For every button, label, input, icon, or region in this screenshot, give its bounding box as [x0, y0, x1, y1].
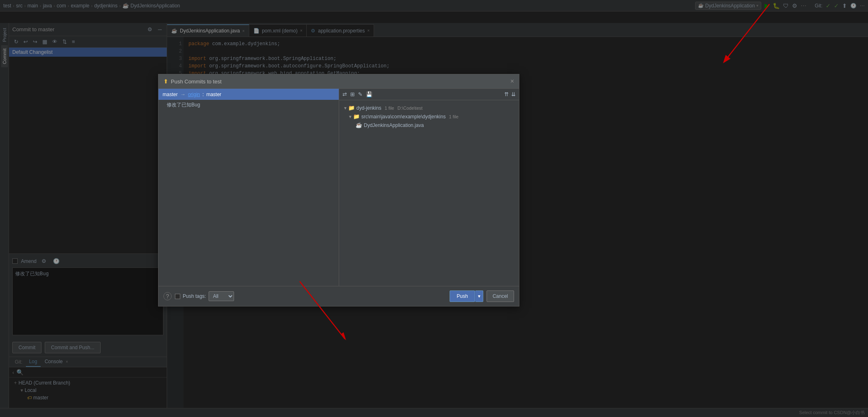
push-tags-group: Push tags: All [175, 291, 234, 301]
help-button[interactable]: ? [163, 292, 172, 300]
grid-icon-modal[interactable]: ⊞ [350, 91, 355, 97]
root-toggle[interactable]: ▾ [344, 105, 347, 111]
cancel-button[interactable]: Cancel [487, 290, 514, 302]
modal-left-panel: master → origin : master 修改了已知Bug [158, 89, 339, 286]
java-file-name: DydJenkinsApplication.java [364, 122, 424, 128]
modal-git-icon: ⬆ [163, 78, 168, 85]
modal-body: master → origin : master 修改了已知Bug ⇄ ⊞ ✎ [158, 89, 519, 286]
push-to-branch: master [206, 92, 221, 97]
file-tree-root[interactable]: ▾ 📁 dyd-jenkins 1 file D:\Code\test [342, 104, 516, 112]
modal-overlay: ⬆ Push Commits to test × master → origin… [0, 0, 868, 417]
sub1-file-count: 1 file [449, 114, 458, 119]
java-file-icon-tree: ☕ [356, 122, 362, 128]
push-dropdown-button[interactable]: ▾ [475, 290, 483, 302]
root-folder-name: dyd-jenkins [356, 105, 381, 111]
root-folder-icon: 📁 [348, 105, 355, 111]
push-origin-link[interactable]: origin [188, 92, 200, 97]
push-commit-item[interactable]: 修改了已知Bug [158, 100, 339, 110]
sub1-folder-icon: 📁 [353, 113, 360, 120]
push-from-branch: master [163, 92, 178, 97]
modal-title: ⬆ Push Commits to test [163, 78, 222, 85]
modal-right-toolbar: ⇄ ⊞ ✎ 💾 ⇈ ⇊ [339, 89, 519, 100]
root-file-count: 1 file [385, 106, 394, 111]
push-branch-item[interactable]: master → origin : master [158, 89, 339, 100]
modal-close-button[interactable]: × [510, 78, 514, 85]
push-button-group: Push ▾ [450, 290, 483, 302]
edit-icon-modal[interactable]: ✎ [358, 91, 363, 97]
file-tree-sub1[interactable]: ▾ 📁 src\main\java\com\example\dydjenkins… [342, 112, 516, 121]
modal-footer: ? Push tags: All Push ▾ Cancel [158, 286, 519, 306]
modal-header: ⬆ Push Commits to test × [158, 74, 519, 89]
sort-asc-icon[interactable]: ⇈ [504, 91, 509, 97]
modal-right-content: ▾ 📁 dyd-jenkins 1 file D:\Code\test ▾ 📁 … [339, 100, 519, 286]
push-button[interactable]: Push [450, 290, 475, 302]
push-commits-modal: ⬆ Push Commits to test × master → origin… [158, 74, 519, 306]
push-tags-select[interactable]: All [209, 291, 234, 301]
push-branch-colon: : [202, 92, 204, 97]
push-tags-checkbox[interactable] [175, 294, 180, 299]
diff-icon-modal[interactable]: ⇄ [342, 91, 347, 97]
sort-desc-icon[interactable]: ⇊ [511, 91, 516, 97]
file-tree-java-file[interactable]: ☕ DydJenkinsApplication.java [342, 121, 516, 129]
sub1-toggle[interactable]: ▾ [349, 114, 351, 120]
modal-title-text: Push Commits to test [171, 78, 222, 85]
modal-right-panel: ⇄ ⊞ ✎ 💾 ⇈ ⇊ ▾ 📁 dyd-jenkins [339, 89, 519, 286]
sub1-folder-name: src\main\java\com\example\dydjenkins [361, 114, 445, 120]
push-arrow-icon: → [180, 91, 186, 97]
save-icon-modal[interactable]: 💾 [366, 91, 372, 97]
root-path: D:\Code\test [397, 106, 423, 111]
push-tags-label: Push tags: [183, 293, 206, 299]
